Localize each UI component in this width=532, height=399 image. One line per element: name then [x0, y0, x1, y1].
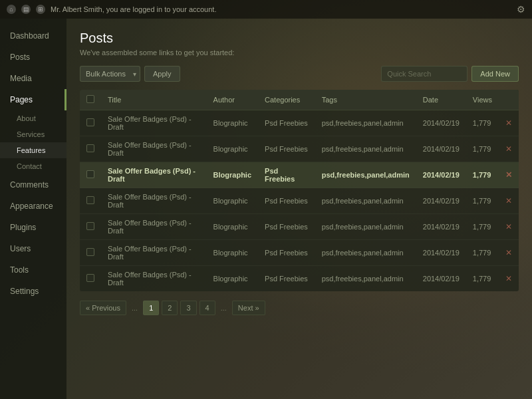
row-views: 1,779	[466, 136, 499, 162]
col-actions	[499, 90, 519, 110]
bulk-actions-select[interactable]: Bulk Actions	[80, 66, 140, 82]
row-date: 2014/02/19	[416, 188, 466, 214]
row-checkbox[interactable]	[86, 248, 94, 256]
app-layout: Dashboard Posts Media Pages About Servic…	[0, 19, 532, 399]
row-title[interactable]: Sale Offer Badges (Psd) - Draft	[101, 188, 207, 214]
row-checkbox[interactable]	[86, 196, 94, 204]
sidebar-item-appearance[interactable]: Appearance	[0, 196, 66, 217]
row-delete-cell: ✕	[499, 240, 519, 266]
row-tags: psd,freebies,panel,admin	[315, 266, 416, 292]
delete-button[interactable]: ✕	[505, 196, 512, 205]
row-categories: Psd Freebies	[258, 162, 315, 188]
row-categories: Psd Freebies	[258, 266, 315, 292]
sidebar-sub-services[interactable]: Services	[0, 126, 66, 142]
sidebar-item-posts[interactable]: Posts	[0, 47, 66, 68]
row-title[interactable]: Sale Offer Badges (Psd) - Draft	[101, 240, 207, 266]
col-tags: Tags	[315, 90, 416, 110]
gear-icon[interactable]: ⚙	[517, 4, 525, 15]
table-row: Sale Offer Badges (Psd) - Draft Blograph…	[80, 266, 519, 292]
table-body: Sale Offer Badges (Psd) - Draft Blograph…	[80, 110, 519, 292]
row-checkbox[interactable]	[86, 144, 94, 152]
sidebar-sub-about[interactable]: About	[0, 110, 66, 126]
sidebar-item-comments[interactable]: Comments	[0, 174, 66, 196]
table-row: Sale Offer Badges (Psd) - Draft Blograph…	[80, 136, 519, 162]
row-checkbox-cell	[80, 162, 101, 188]
table-row: Sale Offer Badges (Psd) - Draft Blograph…	[80, 240, 519, 266]
select-all-checkbox[interactable]	[86, 95, 94, 103]
delete-button[interactable]: ✕	[505, 274, 512, 283]
top-bar: ⌂ ▤ ⊞ Mr. Albert Smith, you are logged i…	[0, 0, 532, 19]
dashboard-icon[interactable]: ⊞	[36, 5, 45, 14]
delete-button[interactable]: ✕	[505, 222, 512, 231]
toolbar-right: Add New	[381, 66, 519, 82]
delete-button[interactable]: ✕	[505, 144, 512, 154]
sidebar-sub-features[interactable]: Features	[0, 142, 66, 158]
prev-button[interactable]: « Previous	[80, 301, 126, 315]
page-3-button[interactable]: 3	[180, 301, 196, 315]
sidebar-item-settings[interactable]: Settings	[0, 281, 66, 302]
sidebar-item-media[interactable]: Media	[0, 68, 66, 89]
delete-button[interactable]: ✕	[505, 170, 512, 180]
row-views: 1,779	[466, 240, 499, 266]
row-checkbox-cell	[80, 110, 101, 136]
row-views: 1,779	[466, 162, 499, 188]
row-views: 1,779	[466, 266, 499, 292]
page-1-button[interactable]: 1	[143, 301, 159, 315]
search-input[interactable]	[381, 66, 467, 82]
sidebar-item-plugins[interactable]: Plugins	[0, 217, 66, 238]
document-icon[interactable]: ▤	[21, 5, 31, 14]
page-title: Posts	[80, 31, 519, 46]
row-date: 2014/02/19	[416, 162, 466, 188]
row-checkbox[interactable]	[86, 274, 94, 282]
delete-button[interactable]: ✕	[505, 248, 512, 257]
add-new-button[interactable]: Add New	[471, 66, 519, 82]
table-row: Sale Offer Badges (Psd) - Draft Blograph…	[80, 162, 519, 188]
bulk-actions-wrapper: Bulk Actions	[80, 66, 140, 82]
row-tags: psd,freebies,panel,admin	[315, 110, 416, 136]
row-delete-cell: ✕	[499, 110, 519, 136]
row-views: 1,779	[466, 214, 499, 240]
sidebar-item-users[interactable]: Users	[0, 238, 66, 259]
sidebar-sub-contact[interactable]: Contact	[0, 158, 66, 174]
row-views: 1,779	[466, 188, 499, 214]
row-checkbox-cell	[80, 240, 101, 266]
home-icon[interactable]: ⌂	[7, 5, 16, 14]
col-categories: Categories	[258, 90, 315, 110]
row-date: 2014/02/19	[416, 266, 466, 292]
row-delete-cell: ✕	[499, 162, 519, 188]
next-button[interactable]: Next »	[232, 301, 265, 315]
delete-button[interactable]: ✕	[505, 118, 512, 128]
col-checkbox	[80, 90, 101, 110]
row-author: Blographic	[207, 110, 258, 136]
main-content: Posts We've assembled some links to get …	[66, 19, 532, 399]
row-checkbox[interactable]	[86, 170, 94, 178]
page-2-button[interactable]: 2	[162, 301, 178, 315]
row-author: Blographic	[207, 188, 258, 214]
row-title[interactable]: Sale Offer Badges (Psd) - Draft	[101, 162, 207, 188]
row-checkbox-cell	[80, 188, 101, 214]
row-views: 1,779	[466, 110, 499, 136]
row-title[interactable]: Sale Offer Badges (Psd) - Draft	[101, 110, 207, 136]
row-title[interactable]: Sale Offer Badges (Psd) - Draft	[101, 266, 207, 292]
row-categories: Psd Freebies	[258, 214, 315, 240]
posts-table: Title Author Categories Tags Date Views …	[80, 90, 519, 291]
sidebar-item-tools[interactable]: Tools	[0, 259, 66, 281]
top-bar-left: ⌂ ▤ ⊞ Mr. Albert Smith, you are logged i…	[7, 5, 216, 14]
row-checkbox[interactable]	[86, 118, 94, 126]
row-tags: psd,freebies,panel,admin	[315, 162, 416, 188]
row-author: Blographic	[207, 136, 258, 162]
row-title[interactable]: Sale Offer Badges (Psd) - Draft	[101, 214, 207, 240]
page-4-button[interactable]: 4	[200, 301, 215, 315]
apply-button[interactable]: Apply	[144, 66, 180, 82]
sidebar-item-dashboard[interactable]: Dashboard	[0, 25, 66, 47]
row-author: Blographic	[207, 214, 258, 240]
row-tags: psd,freebies,panel,admin	[315, 136, 416, 162]
col-title: Title	[101, 90, 207, 110]
sidebar-item-pages[interactable]: Pages	[0, 89, 66, 110]
row-date: 2014/02/19	[416, 136, 466, 162]
row-title[interactable]: Sale Offer Badges (Psd) - Draft	[101, 136, 207, 162]
row-author: Blographic	[207, 266, 258, 292]
row-checkbox[interactable]	[86, 222, 94, 230]
row-checkbox-cell	[80, 136, 101, 162]
table-row: Sale Offer Badges (Psd) - Draft Blograph…	[80, 214, 519, 240]
